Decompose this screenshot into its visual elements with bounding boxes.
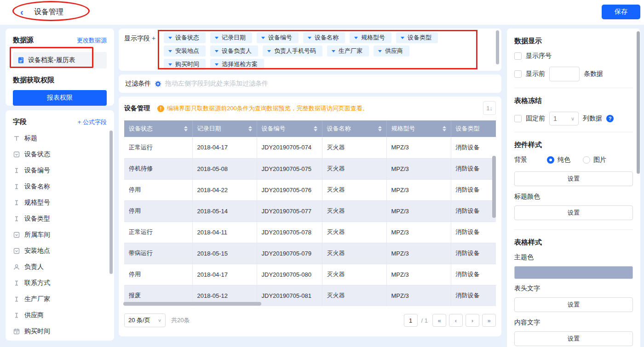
first-page-button[interactable]: « [432,314,446,327]
sort-order-button[interactable]: 1↓ [483,101,496,115]
header-text-label: 表头文字 [514,284,633,293]
display-field-chip[interactable]: 设备类型 [396,32,438,43]
table-row[interactable]: 停机待修2018-05-08JDY20190705-075灭火器MPZ/3消防设… [124,158,496,179]
field-item-label: 购买时间 [24,327,50,336]
table-cell: MPZ/3 [386,264,451,285]
table-cell: MPZ/3 [386,222,451,243]
content-text-set-button[interactable]: 设置 [514,331,633,346]
table-row[interactable]: 停用2018-05-14JDY20190705-077灭火器MPZ/3消防设备 [124,200,496,222]
field-item[interactable]: 标题 [13,133,107,144]
display-field-chip[interactable]: 设备负责人 [210,46,258,57]
display-field-chip[interactable]: 选择巡检方案 [210,59,264,70]
datasource-item[interactable]: 设备档案-履历表 [13,52,107,68]
table-row[interactable]: 正常运行2018-04-11JDY20190705-078灭火器MPZ/3消防设… [124,222,496,243]
table-cell: MPZ/3 [386,243,451,264]
datasource-header: 数据源 [13,36,34,45]
chip-dropdown-icon [354,37,358,39]
sort-icon[interactable] [184,126,188,131]
bg-image-radio[interactable] [583,156,590,164]
field-item-label: 所属车间 [24,231,50,239]
column-header[interactable]: 设备状态 [124,120,192,137]
sort-icon[interactable] [443,126,446,131]
change-datasource-link[interactable]: 更改数据源 [77,36,107,45]
warning-banner: ! 编辑界面只取数据源前200条作为查询数据预览，完整数据请访问页面查看。 [157,104,368,113]
show-index-checkbox[interactable] [514,52,522,60]
page-input[interactable] [404,314,418,327]
header-text-set-button[interactable]: 设置 [514,297,633,312]
table-vertical-scrollbar[interactable] [492,156,496,218]
sort-icon[interactable] [248,126,252,131]
help-icon[interactable]: ? [606,115,614,122]
prev-page-button[interactable]: ‹ [449,314,463,327]
display-field-chip[interactable]: 购买时间 [164,59,206,70]
text-icon [13,167,20,174]
gear-icon[interactable] [155,80,161,87]
display-field-chip[interactable]: 负责人手机号码 [263,46,322,57]
next-page-button[interactable]: › [466,314,479,327]
freeze-checkbox[interactable] [514,115,522,122]
show-first-checkbox[interactable] [514,70,522,78]
add-formula-field-link[interactable]: + 公式字段 [78,118,107,126]
panel-scrollbar[interactable] [496,30,499,64]
sort-icon[interactable] [314,126,317,131]
back-icon[interactable]: ‹ [20,7,23,17]
field-item[interactable]: 生产厂家 [13,294,107,305]
chip-dropdown-icon [401,37,404,39]
chip-label: 规格型号 [361,34,385,42]
save-button[interactable]: 保存 [602,5,640,19]
field-item[interactable]: 设备编号 [13,165,107,176]
display-field-chip[interactable]: 生产厂家 [327,46,369,57]
display-field-chip[interactable]: 供应商 [374,46,409,57]
field-item[interactable]: 联系方式 [13,278,107,289]
sort-icon[interactable] [378,126,382,131]
right-scrollbar[interactable] [637,31,640,174]
table-cell: 灭火器 [322,264,386,285]
page-size-select[interactable]: 20 条/页∨ [124,313,166,327]
bg-solid-radio[interactable] [547,156,554,164]
table-row[interactable]: 正常运行2018-04-17JDY20190705-074灭火器MPZ/3消防设… [124,137,496,158]
field-item-label: 安装地点 [24,247,50,255]
display-field-chip[interactable]: 规格型号 [350,32,391,43]
report-permission-button[interactable]: 报表权限 [13,90,107,106]
chip-dropdown-icon [168,37,172,39]
title-color-set-button[interactable]: 设置 [514,205,633,220]
field-item[interactable]: 所属车间 [13,229,107,240]
table-cell: 停用 [124,200,192,222]
table-cell: JDY20190705-075 [257,158,322,179]
display-field-chip[interactable]: 设备编号 [257,32,299,43]
field-item[interactable]: 设备类型 [13,213,107,224]
column-header[interactable]: 记录日期 [192,120,257,137]
table-cell: 正常运行 [124,137,192,158]
filter-dropzone[interactable]: 拖动左侧字段到此处来添加过滤条件 [165,80,268,88]
table-row[interactable]: 带病运行2018-05-15JDY20190705-079灭火器MPZ/3消防设… [124,243,496,264]
field-item[interactable]: 设备状态 [13,149,107,160]
column-header-label: 设备名称 [327,125,351,133]
table-row[interactable]: 停用2018-04-17JDY20190705-080灭火器MPZ/3消防设备 [124,264,496,285]
theme-color-swatch[interactable] [514,266,633,279]
table-row[interactable]: 停用2018-04-22JDY20190705-076灭火器MPZ/3消防设备 [124,179,496,200]
field-item[interactable]: 供应商 [13,310,107,321]
column-header[interactable]: 设备编号 [257,120,322,137]
display-field-chip[interactable]: 安装地点 [164,46,206,57]
field-item[interactable]: 负责人 [13,262,107,273]
column-header[interactable]: 设备类型 [451,120,496,137]
divider [514,88,633,88]
fields-scrollbar[interactable] [109,131,113,274]
filter-card: 过滤条件 拖动左侧字段到此处来添加过滤条件 [119,74,501,93]
add-display-field-button[interactable]: + [152,34,155,42]
data-table: 设备状态记录日期设备编号设备名称规格型号设备类型 正常运行2018-04-17J… [124,120,496,306]
field-item[interactable]: 安装地点 [13,245,107,256]
freeze-count-select[interactable]: 1∨ [549,112,579,125]
bg-set-button[interactable]: 设置 [514,171,633,186]
table-horizontal-scrollbar[interactable] [123,302,261,306]
field-item[interactable]: 规格型号 [13,197,107,208]
column-header[interactable]: 规格型号 [386,120,451,137]
column-header[interactable]: 设备名称 [322,120,386,137]
field-item[interactable]: 购买时间 [13,326,107,337]
last-page-button[interactable]: » [482,314,496,327]
show-first-input[interactable] [549,67,580,81]
field-item[interactable]: 设备名称 [13,181,107,192]
display-field-chip[interactable]: 设备状态 [164,32,206,43]
display-field-chip[interactable]: 设备名称 [303,32,345,43]
display-field-chip[interactable]: 记录日期 [210,32,252,43]
